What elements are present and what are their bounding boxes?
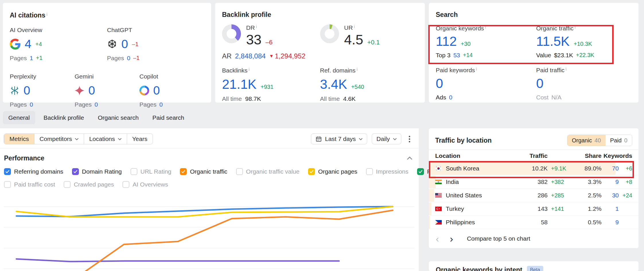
- location-row[interactable]: India 382 +382 3.3% 9 +8: [429, 175, 639, 189]
- tab[interactable]: Organic search: [92, 111, 144, 124]
- keywords-count[interactable]: 9: [602, 219, 619, 226]
- ai-metric-value[interactable]: 0: [153, 84, 160, 97]
- metric-checkbox[interactable]: Organic traffic: [180, 168, 227, 175]
- info-icon[interactable]: i: [357, 67, 357, 72]
- search-sub-value[interactable]: N/A: [551, 94, 561, 101]
- more-options-kebab-icon[interactable]: [406, 134, 413, 144]
- search-metric-value[interactable]: 0: [436, 76, 443, 91]
- ai-citations-card: AI citationsi AI Overview 4 +4 Pages 1 +…: [3, 3, 211, 103]
- keywords-count[interactable]: 1: [602, 205, 619, 212]
- location-table-body: South Korea 10.2K +9.1K 89.0% 70 +6 Indi…: [429, 162, 639, 229]
- tab[interactable]: Paid search: [147, 111, 190, 124]
- pages-value[interactable]: 0: [30, 101, 33, 108]
- checkbox-icon: [236, 168, 243, 175]
- filter-segment-label: Metrics: [9, 136, 29, 142]
- all-time-label: All time: [320, 95, 340, 102]
- filter-segment[interactable]: Locations: [84, 134, 127, 144]
- ai-metric-label: AI Overview: [10, 27, 107, 34]
- ai-citations-row-1: AI Overview 4 +4 Pages 1 +1 ChatGPT 0: [10, 27, 204, 62]
- share-value: 1.2%: [570, 205, 602, 212]
- info-icon[interactable]: i: [256, 24, 257, 29]
- metric-checkbox[interactable]: Domain Rating: [72, 168, 122, 175]
- toggle-paid-label: Paid: [610, 137, 622, 144]
- traffic-value: 143: [520, 205, 548, 212]
- search-metric-value[interactable]: 11.5K: [536, 34, 570, 49]
- info-icon[interactable]: i: [46, 12, 47, 17]
- toggle-paid[interactable]: Paid 0: [606, 135, 632, 146]
- keywords-count[interactable]: 9: [602, 178, 619, 185]
- location-row[interactable]: United States 286 +285 2.5% 30 +24: [429, 189, 639, 202]
- count-value[interactable]: 21.1K: [222, 76, 256, 92]
- search-sub-delta: +22.3K: [576, 52, 594, 59]
- filter-segment[interactable]: Competitors: [34, 134, 84, 144]
- ar-value[interactable]: 2,848,084: [235, 52, 266, 60]
- pages-value[interactable]: 1: [30, 55, 33, 62]
- country-name: India: [446, 178, 459, 185]
- keywords-count[interactable]: 30: [602, 192, 619, 199]
- pagination-prev-icon[interactable]: ‹: [436, 234, 439, 243]
- info-icon[interactable]: i: [249, 67, 250, 72]
- traffic-value: 58: [520, 219, 548, 226]
- metric-checkbox[interactable]: Organic pages: [308, 168, 357, 175]
- pages-value[interactable]: 0: [159, 101, 163, 108]
- search-metric-block: Organic traffici 11.5K +10.3K Value $23.…: [536, 25, 637, 59]
- collapse-chevron-up-icon[interactable]: [407, 156, 413, 160]
- score-block: DRi 33 –6: [222, 24, 320, 48]
- checkbox-icon: [4, 168, 11, 175]
- score-donut: [222, 24, 241, 43]
- count-value[interactable]: 3.4K: [320, 76, 347, 92]
- traffic-delta: +141: [548, 206, 570, 212]
- header-location: Location: [435, 152, 520, 159]
- tab[interactable]: Backlink profile: [38, 111, 90, 124]
- info-icon[interactable]: i: [485, 25, 486, 30]
- keywords-count[interactable]: 70: [602, 165, 619, 172]
- pagination-next-icon[interactable]: ›: [450, 234, 453, 243]
- metric-checkbox[interactable]: Crawled pages: [64, 181, 114, 188]
- info-icon[interactable]: i: [354, 24, 355, 29]
- search-sub-value[interactable]: $23.1K: [554, 52, 573, 59]
- backlink-profile-card: Backlink profile DRi 33 –6 URi: [215, 3, 425, 103]
- toggle-organic[interactable]: Organic 40: [567, 135, 606, 146]
- metric-checkbox[interactable]: AI Overviews: [122, 181, 168, 188]
- info-icon[interactable]: i: [476, 67, 477, 71]
- performance-line-chart[interactable]: [4, 189, 415, 271]
- compare-top5-button[interactable]: Compare top 5 on chart: [467, 235, 530, 242]
- search-metric-value[interactable]: 112: [436, 34, 457, 49]
- date-range-button[interactable]: Last 7 days: [311, 133, 367, 144]
- metric-checkbox[interactable]: Referring domains: [4, 168, 63, 175]
- pages-value[interactable]: 0: [95, 101, 98, 108]
- tab[interactable]: General: [3, 111, 35, 124]
- location-row[interactable]: Philippines 58 0.5% 9: [429, 216, 639, 229]
- pages-label: Pages: [10, 101, 27, 108]
- triangle-down-icon: ▼: [269, 54, 274, 59]
- search-sub-value[interactable]: 0: [449, 94, 452, 101]
- ai-metric-delta: +4: [35, 41, 42, 48]
- ai-metric-label: Gemini: [75, 73, 139, 80]
- filter-segment[interactable]: Metrics: [4, 134, 34, 144]
- filter-segment[interactable]: Years: [127, 134, 153, 144]
- ai-metric-value[interactable]: 4: [25, 37, 31, 51]
- search-metric-delta: +30: [461, 41, 470, 47]
- share-bar: [429, 216, 430, 229]
- metric-checkbox[interactable]: Paid traffic cost: [4, 181, 55, 188]
- search-sub-value[interactable]: 53: [453, 52, 460, 59]
- checkbox-icon: [122, 181, 129, 188]
- metric-checkbox[interactable]: Organic traffic value: [236, 168, 299, 175]
- search-sub-label: Cost: [536, 94, 548, 101]
- checkbox-icon: [308, 168, 315, 175]
- backlink-profile-title: Backlink profile: [222, 11, 418, 19]
- location-row[interactable]: Turkey 143 +141 1.2% 1: [429, 202, 639, 216]
- pages-value[interactable]: 0: [127, 55, 131, 62]
- performance-title: Performance: [4, 154, 44, 162]
- search-metric-value[interactable]: 0: [536, 76, 544, 91]
- ai-metric-value[interactable]: 0: [88, 84, 95, 97]
- metric-checkbox[interactable]: URL Rating: [131, 168, 172, 175]
- location-row[interactable]: South Korea 10.2K +9.1K 89.0% 70 +6: [429, 162, 639, 175]
- keywords-by-intent-panel: Organic keywords by intent Beta: [429, 261, 639, 271]
- granularity-button[interactable]: Daily: [372, 133, 401, 144]
- info-icon[interactable]: i: [566, 67, 567, 71]
- metric-checkbox[interactable]: Impressions: [366, 168, 408, 175]
- ai-metric-value[interactable]: 0: [24, 84, 30, 97]
- ai-metric-value[interactable]: 0: [121, 37, 128, 51]
- info-icon[interactable]: i: [575, 25, 575, 30]
